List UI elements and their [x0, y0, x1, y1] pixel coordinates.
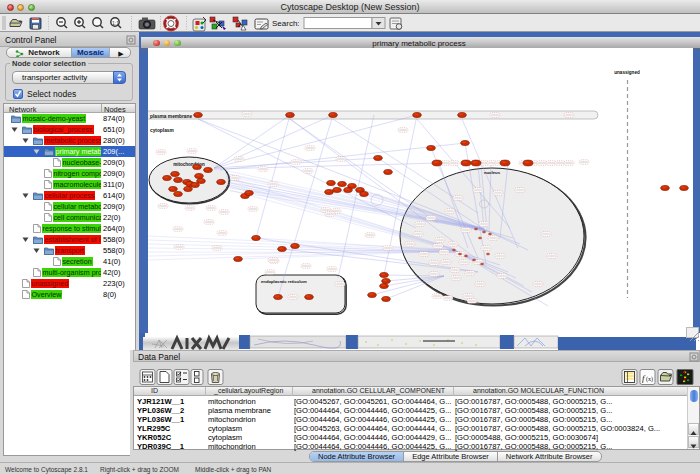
svg-text:nucleus: nucleus [484, 170, 501, 175]
svg-text:1:1: 1:1 [112, 20, 119, 26]
svg-text:plasma membrane: plasma membrane [150, 114, 192, 119]
svg-text:endoplasmic reticulum: endoplasmic reticulum [261, 279, 307, 284]
svg-text:(x): (x) [646, 376, 653, 383]
svg-text:cytoplasm: cytoplasm [150, 128, 174, 133]
svg-text:Search:: Search: [272, 19, 300, 28]
svg-text:unassigned: unassigned [614, 70, 640, 75]
